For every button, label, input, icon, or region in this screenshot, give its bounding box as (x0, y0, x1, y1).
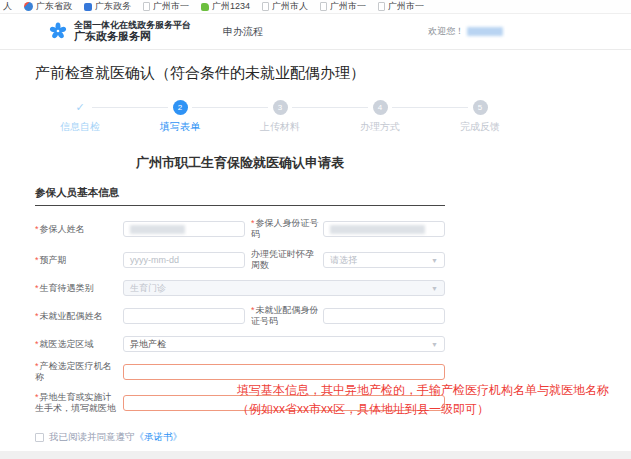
step-info-check: ✓ 信息自检 (30, 100, 130, 134)
spouse-id-input[interactable] (323, 308, 445, 324)
site-name: 广东政务服务网 (74, 30, 191, 43)
page-title: 产前检查就医确认（符合条件的未就业配偶办理） (35, 64, 596, 83)
insured-name-input[interactable] (123, 221, 245, 237)
insured-id-input[interactable] (323, 221, 445, 237)
step-label: 完成反馈 (460, 120, 500, 134)
insured-id-label: *参保人身份证号码 (251, 218, 323, 240)
chevron-down-icon: ▼ (431, 257, 438, 264)
agreement-text: 我已阅读并同意遵守 (49, 431, 135, 444)
redacted-value (130, 225, 185, 234)
nav-apply-process[interactable]: 申办流程 (223, 25, 263, 39)
pregnancy-weeks-select[interactable]: 请选择▼ (323, 252, 445, 268)
step-label: 填写表单 (160, 120, 200, 134)
chevron-down-icon: ▼ (431, 285, 438, 292)
bookmark-label: 人 (3, 0, 12, 13)
spouse-id-label: *未就业配偶身份证号码 (251, 305, 323, 327)
bookmark-label: 广州1234 (212, 0, 250, 13)
required-asterisk: * (35, 255, 39, 265)
required-asterisk: * (251, 305, 255, 315)
required-asterisk: * (35, 283, 39, 293)
leaf-favicon-icon (201, 3, 209, 11)
bookmark-label: 广州市一 (330, 0, 366, 13)
required-asterisk: * (251, 218, 255, 228)
logo-text: 全国一体化在线政务服务平台 广东政务服务网 (74, 20, 191, 43)
required-asterisk: * (35, 361, 39, 371)
redacted-value (330, 225, 425, 234)
insured-name-label: *参保人姓名 (35, 224, 123, 235)
required-asterisk: * (35, 339, 39, 349)
bookmarks-bar: 人 广东省政 广东政务 广州市一 广州1234 广州市人 广州市一 广州市一 (0, 0, 631, 14)
select-value: 生育门诊 (130, 282, 166, 295)
section-basic-info: 参保人员基本信息 (35, 186, 445, 206)
medical-region-label: *就医选定区域 (35, 339, 123, 350)
step-label: 办理方式 (360, 120, 400, 134)
benefit-category-label: *生育待遇类别 (35, 283, 123, 294)
step-label: 上传材料 (260, 120, 300, 134)
select-value: 请选择 (330, 254, 357, 267)
form-row: *参保人姓名 *参保人身份证号码 (35, 218, 445, 240)
bookmark-item[interactable]: 广州1234 (201, 0, 250, 13)
required-asterisk: * (35, 224, 39, 234)
step-upload-materials: 3 上传材料 (230, 100, 330, 134)
welcome-area: 欢迎您！ (428, 25, 503, 38)
step-feedback: 5 完成反馈 (430, 100, 530, 134)
required-asterisk: * (35, 311, 39, 321)
form-row: *预产期 yyyy-mm-dd 办理凭证时怀孕周数 请选择▼ (35, 249, 445, 271)
medical-region-select[interactable]: 异地产检▼ (123, 336, 445, 352)
agreement-row: 我已阅读并同意遵守 《承诺书》 (35, 431, 445, 444)
due-date-input[interactable]: yyyy-mm-dd (123, 252, 245, 268)
footer-bar (0, 451, 631, 459)
form-row: *生育待遇类别 生育门诊▼ (35, 280, 445, 296)
bookmark-item[interactable]: 广州市一 (143, 0, 189, 13)
spouse-name-input[interactable] (123, 308, 245, 324)
instruction-annotation: 填写基本信息，其中异地产检的，手输产检医疗机构名单与就医地名称（例如xx省xx市… (237, 381, 629, 419)
step-marker: 3 (273, 100, 288, 115)
pregnancy-weeks-label: 办理凭证时怀孕周数 (251, 249, 323, 271)
bookmark-item[interactable]: 人 (3, 0, 12, 13)
welcome-text: 欢迎您！ (428, 25, 464, 38)
platform-name: 全国一体化在线政务服务平台 (74, 20, 191, 30)
step-marker: ✓ (73, 100, 88, 115)
page-favicon-icon (320, 2, 327, 11)
chevron-down-icon: ▼ (431, 341, 438, 348)
step-marker: 4 (373, 100, 388, 115)
step-marker: 2 (173, 100, 188, 115)
form-row: *未就业配偶姓名 *未就业配偶身份证号码 (35, 305, 445, 327)
step-fill-form: 2 填写表单 (130, 100, 230, 134)
step-marker: 5 (473, 100, 488, 115)
spouse-name-label: *未就业配偶姓名 (35, 311, 123, 322)
page-favicon-icon (262, 2, 269, 11)
page-favicon-icon (143, 2, 150, 11)
username-redacted[interactable] (467, 27, 503, 36)
commitment-letter-link[interactable]: 《承诺书》 (135, 431, 183, 444)
required-asterisk: * (35, 392, 39, 402)
form-row: *产检选定医疗机名称 (35, 361, 445, 383)
select-value: 异地产检 (130, 338, 166, 351)
remote-place-label: *异地生育或实施计生手术，填写就医地 (35, 392, 123, 414)
bookmark-label: 广东政务 (95, 0, 131, 13)
form-row: *就医选定区域 异地产检▼ (35, 336, 445, 352)
progress-stepper: ✓ 信息自检 2 填写表单 3 上传材料 4 办理方式 5 完成反馈 (30, 100, 530, 134)
checkup-org-input[interactable] (123, 364, 445, 380)
pinwheel-logo-icon (48, 21, 68, 41)
bookmark-item[interactable]: 广州市人 (262, 0, 308, 13)
bookmark-item[interactable]: 广东省政 (24, 0, 72, 13)
step-handle-method: 4 办理方式 (330, 100, 430, 134)
step-label: 信息自检 (60, 120, 100, 134)
bookmark-label: 广州市一 (388, 0, 424, 13)
form-title: 广州市职工生育保险就医确认申请表 (35, 154, 445, 172)
bookmark-item[interactable]: 广州市一 (378, 0, 424, 13)
bookmark-label: 广州市人 (272, 0, 308, 13)
date-placeholder: yyyy-mm-dd (130, 255, 179, 265)
due-date-label: *预产期 (35, 255, 123, 266)
agreement-checkbox[interactable] (35, 433, 44, 442)
page-favicon-icon (378, 2, 385, 11)
bookmark-label: 广东省政 (36, 0, 72, 13)
bookmark-item[interactable]: 广东政务 (84, 0, 131, 13)
benefit-category-select: 生育门诊▼ (123, 280, 445, 296)
bookmark-item[interactable]: 广州市一 (320, 0, 366, 13)
site-logo[interactable]: 全国一体化在线政务服务平台 广东政务服务网 (48, 20, 191, 43)
checkup-org-label: *产检选定医疗机名称 (35, 361, 123, 383)
site-header: 全国一体化在线政务服务平台 广东政务服务网 申办流程 欢迎您！ (0, 14, 631, 50)
bookmark-label: 广州市一 (153, 0, 189, 13)
